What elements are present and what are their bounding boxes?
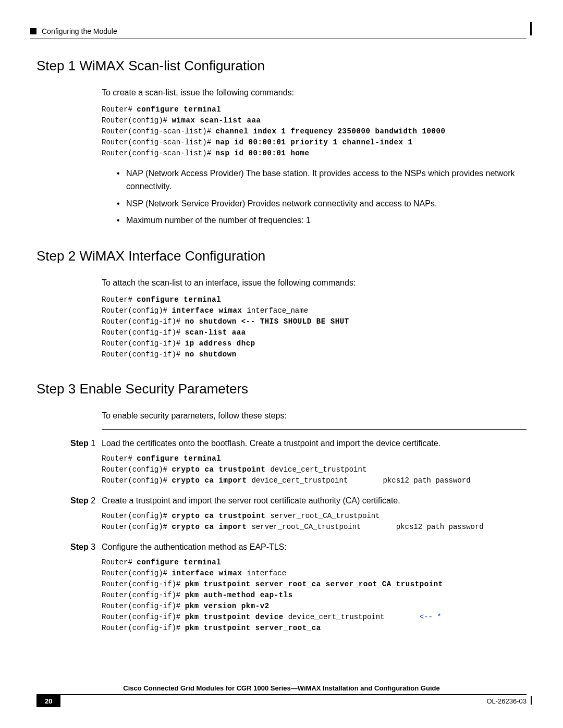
footer-guide-title: Cisco Connected Grid Modules for CGR 100… — [36, 684, 527, 692]
step1-code: Router# configure terminal Router(config… — [102, 104, 527, 159]
step3-sub3: Step 3 Configure the authentication meth… — [70, 541, 527, 554]
page-header: Configuring the Module — [30, 27, 527, 35]
step2-heading: Step 2 WiMAX Interface Configuration — [36, 248, 527, 264]
step3-sub2: Step 2 Create a trustpoint and import th… — [70, 495, 527, 508]
step2-code: Router# configure terminal Router(config… — [102, 294, 527, 360]
page-number: 20 — [36, 695, 60, 707]
step2-intro: To attach the scan-list to an interface,… — [102, 277, 527, 289]
step3-sub3-code: Router# configure terminal Router(config… — [102, 557, 527, 634]
header-bullet-icon — [30, 28, 36, 34]
doc-id: OL-26236-03 — [486, 697, 527, 705]
step1-heading: Step 1 WiMAX Scan-list Configuration — [36, 58, 527, 74]
change-bar-icon — [531, 696, 532, 705]
step3-sub2-code: Router(config)# crypto ca trustpoint ser… — [102, 511, 527, 533]
step1-intro: To create a scan-list, issue the followi… — [102, 87, 527, 99]
step3-sub1: Step 1 Load the certificates onto the bo… — [70, 437, 527, 450]
step1-note-3: •Maximum number of the number of frequen… — [117, 214, 527, 227]
header-rule — [30, 39, 527, 39]
page-footer: Cisco Connected Grid Modules for CGR 100… — [0, 684, 563, 707]
change-bar-icon — [530, 22, 532, 35]
step1-note-1: •NAP (Network Access Provider) The base … — [117, 167, 527, 193]
step3-rule — [102, 429, 527, 430]
step3-intro: To enable security parameters, follow th… — [102, 410, 527, 422]
step3-heading: Step 3 Enable Security Parameters — [36, 381, 527, 397]
step3-sub1-code: Router# configure terminal Router(config… — [102, 453, 527, 486]
header-section-title: Configuring the Module — [42, 27, 117, 35]
step1-note-2: •NSP (Network Service Provider) Provides… — [117, 198, 527, 211]
